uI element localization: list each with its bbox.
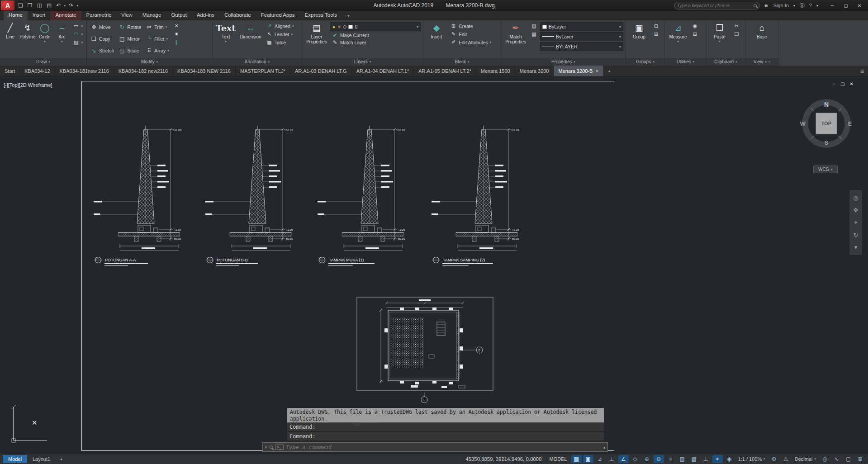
file-tab[interactable]: KBA034-182 new2116 — [114, 66, 173, 76]
ribbon-tab-express-tools[interactable]: Express Tools — [300, 11, 342, 20]
zoom-icon[interactable]: ⌖ — [854, 219, 857, 226]
sign-in-caret-icon[interactable]: ▾ — [792, 4, 796, 8]
steering-wheel-icon[interactable]: ◎ — [853, 194, 858, 201]
file-tab[interactable]: Menara 3200 — [515, 66, 554, 76]
command-expand-icon[interactable]: ▴ — [603, 445, 606, 450]
linetype-dropdown[interactable]: BYLAYER ▾ — [540, 42, 623, 51]
command-line[interactable]: ✕ >_ ▴ — [262, 442, 608, 452]
infer-constraints-toggle[interactable]: ⊿ — [595, 455, 605, 463]
mirror-button[interactable]: ◫Mirror — [117, 36, 142, 42]
open-file-icon[interactable]: ❒ — [26, 1, 34, 9]
table-button[interactable]: ▦ Table — [265, 39, 295, 45]
panel-label-modify[interactable]: Modify▾ — [87, 58, 212, 66]
ribbon-tab-manage[interactable]: Manage — [138, 11, 166, 20]
layer-on-bulb-icon[interactable]: ● — [332, 24, 335, 29]
line-button[interactable]: ╱ Line — [2, 21, 18, 39]
object-color-dropdown[interactable]: ByLayer ▾ — [540, 22, 623, 31]
clean-screen-toggle[interactable]: ▢ — [843, 455, 854, 463]
edit-block-button[interactable]: ✎ Edit — [449, 31, 493, 37]
new-file-icon[interactable]: ❏ — [16, 1, 25, 9]
save-icon[interactable]: ◫ — [35, 1, 44, 9]
drawing-canvas[interactable]: [-][Top][2D Wireframe] ─ ▢ ✕ +32.00 +2.2… — [0, 77, 868, 454]
file-tab[interactable]: KBA034-183 NEW 2116 — [173, 66, 236, 76]
make-current-button[interactable]: ✔ Make Current — [330, 32, 421, 38]
rectangle-button[interactable]: ▭ ▾ — [71, 23, 85, 29]
transparency-toggle[interactable]: ▨ — [677, 455, 688, 463]
text-button[interactable]: Text Text ▾ — [215, 21, 237, 43]
help-search-input[interactable] — [677, 3, 754, 8]
app-store-icon[interactable]: Ⓐ — [799, 2, 806, 9]
navbar-more-icon[interactable]: ▾ — [854, 244, 858, 251]
ribbon-tab-parametric[interactable]: Parametric — [81, 11, 117, 20]
selection-cycling-toggle[interactable]: ▤ — [689, 455, 699, 463]
annotation-monitor-toggle[interactable]: ⚠ — [781, 455, 791, 463]
annotation-visibility-toggle[interactable]: ◉ — [724, 455, 735, 463]
ribbon-tab-home[interactable]: Home — [4, 11, 28, 20]
wcs-dropdown[interactable]: WCS▾ — [813, 166, 838, 173]
redo-icon[interactable]: ↷ — [67, 1, 75, 9]
stretch-button[interactable]: ↘Stretch — [89, 47, 115, 54]
arc-caret-icon[interactable]: ▾ — [61, 40, 63, 43]
layer-dropdown[interactable]: ● ☀ ⊙ 0 ▾ — [330, 22, 421, 31]
object-isolate-button[interactable]: ◎ — [820, 455, 830, 463]
panel-label-groups[interactable]: Groups▾ — [626, 58, 664, 66]
grid-display-toggle[interactable]: ▦ — [571, 455, 582, 463]
sign-in-button[interactable]: Sign In — [773, 3, 790, 8]
move-button[interactable]: ✥Move — [89, 24, 115, 30]
minimize-button[interactable]: ─ — [825, 1, 839, 10]
quick-select-button[interactable]: ◉ — [690, 23, 700, 29]
doc-minimize-icon[interactable]: ─ — [832, 81, 835, 86]
ortho-mode-toggle[interactable]: ⟂ — [607, 455, 617, 463]
ribbon-tab-collaborate[interactable]: Collaborate — [219, 11, 256, 20]
base-view-button[interactable]: ⌂ Base — [751, 21, 773, 39]
help-caret-icon[interactable]: ▾ — [816, 4, 819, 8]
hatch-button[interactable]: ▨ ▾ — [71, 39, 85, 45]
panel-label-properties[interactable]: Properties▾ — [501, 58, 626, 66]
autocad-logo-menu[interactable]: A — [1, 0, 14, 10]
undo-icon[interactable]: ↶ — [54, 1, 62, 9]
help-search-box[interactable] — [674, 2, 760, 9]
erase-button[interactable]: ✕ — [172, 23, 181, 29]
array-button[interactable]: ⠿Array▾ — [144, 47, 171, 54]
copy-clip-button[interactable]: ❏ — [732, 31, 741, 37]
group-edit-button[interactable]: ⊞ — [651, 31, 661, 37]
new-drawing-tab-button[interactable]: + — [604, 66, 615, 76]
snap-mode-toggle[interactable]: ▣ — [583, 455, 593, 463]
dynamic-input-toggle[interactable]: ⌖ — [712, 455, 723, 463]
close-tab-icon[interactable]: ✕ — [595, 69, 599, 73]
linetype-caret-icon[interactable]: ▾ — [619, 45, 621, 49]
file-tab[interactable]: MASTERPLAN TLJ* — [236, 66, 290, 76]
ribbon-tab-view[interactable]: View — [116, 11, 138, 20]
polyline-button[interactable]: ↯ Polyline — [19, 21, 35, 39]
orbit-icon[interactable]: ↻ — [854, 232, 859, 238]
ribbon-tab-addins[interactable]: Add-ins — [192, 11, 219, 20]
pan-icon[interactable]: ✥ — [854, 207, 859, 213]
object-snap-toggle[interactable]: ⊙ — [654, 455, 664, 463]
layer-plot-icon[interactable]: ⊙ — [343, 24, 346, 29]
panel-label-view[interactable]: View▾ » — [745, 58, 778, 66]
ribbon-tab-featured-apps[interactable]: Featured Apps — [256, 11, 300, 20]
properties-list-button[interactable]: ▤ — [529, 23, 539, 29]
quick-calc-button[interactable]: ⊞ — [690, 31, 700, 37]
file-tab[interactable]: Menara 1500 — [476, 66, 515, 76]
panel-label-block[interactable]: Block▾ — [423, 58, 501, 66]
ribbon-tab-insert[interactable]: Insert — [28, 11, 51, 20]
match-properties-button[interactable]: ✒ Match Properties — [503, 21, 528, 44]
qat-customize-caret-icon[interactable]: ▾ — [76, 3, 79, 9]
file-tab[interactable]: AR.A1-05 DENAH LT.2* — [414, 66, 476, 76]
paste-button[interactable]: ❒ Paste ▾ — [709, 21, 730, 43]
graphics-performance-toggle[interactable]: ∿ — [831, 455, 842, 463]
properties-transparency-button[interactable]: ▨ — [529, 31, 539, 37]
object-snap-tracking-toggle[interactable]: ⊕ — [642, 455, 652, 463]
lineweight-dropdown[interactable]: ByLayer ▾ — [540, 32, 623, 41]
layout1-tab[interactable]: Layout1 — [28, 455, 54, 463]
color-caret-icon[interactable]: ▾ — [619, 25, 621, 29]
panel-overflow-icon[interactable]: » — [768, 60, 770, 63]
help-icon[interactable]: ? — [808, 3, 813, 8]
panel-label-layers[interactable]: Layers▾ — [302, 58, 423, 66]
ribbon-display-toggle[interactable]: ◦ ▾ — [345, 11, 350, 20]
dynamic-ucs-toggle[interactable]: ⊥ — [701, 455, 711, 463]
viewport-controls-label[interactable]: [-][Top][2D Wireframe] — [4, 82, 52, 88]
copy-button[interactable]: ❏Copy — [89, 36, 115, 42]
dimension-button[interactable]: ↔ Dimension — [238, 21, 263, 39]
